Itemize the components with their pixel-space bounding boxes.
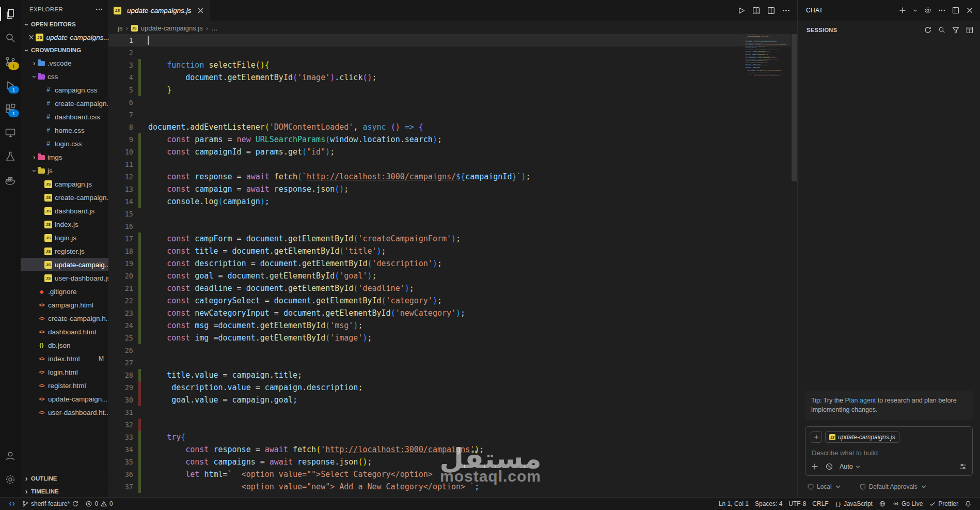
close-icon[interactable] (966, 6, 974, 14)
outline-section[interactable]: › OUTLINE (21, 472, 108, 485)
code-line-33[interactable]: 33 try{ (108, 431, 791, 443)
tree-item-gitignore[interactable]: ◆.gitignore (21, 285, 108, 298)
code-line-26[interactable]: 26 (108, 344, 791, 357)
code-line-36[interactable]: 36 let html=` <option value="">Select Ca… (108, 468, 791, 481)
browser-preview[interactable] (876, 500, 889, 507)
tree-item-imgs[interactable]: ›imgs (21, 150, 108, 164)
code-line-1[interactable]: 1 (108, 34, 791, 47)
activity-search-button[interactable] (0, 26, 21, 50)
refresh-icon[interactable] (924, 26, 932, 34)
chat-input[interactable] (811, 449, 969, 457)
tree-item-dashboard-js[interactable]: JSdashboard.js (21, 204, 108, 218)
project-section[interactable]: › CROWDFUNDING (21, 44, 108, 56)
tree-item-dashboard-html[interactable]: <>dashboard.html (21, 325, 108, 338)
activity-settings-button[interactable] (0, 468, 21, 491)
activity-testing-button[interactable] (0, 145, 21, 168)
filter-icon[interactable] (952, 26, 960, 34)
tree-item-register-js[interactable]: JSregister.js (21, 244, 108, 258)
code-line-23[interactable]: 23 const newCategoryInput = document.get… (108, 307, 791, 319)
code-line-25[interactable]: 25 const img =document.getElementById('i… (108, 332, 791, 344)
code-line-18[interactable]: 18 const title = document.getElementById… (108, 245, 791, 257)
encoding-setting[interactable]: UTF-8 (785, 500, 809, 507)
tree-item-index-js[interactable]: JSindex.js (21, 218, 108, 231)
activity-extensions-button[interactable]: 1 (0, 97, 21, 121)
environment-picker[interactable]: Local (807, 483, 842, 490)
code-line-19[interactable]: 19 const description = document.getEleme… (108, 257, 791, 270)
git-branch-status[interactable]: sherif-feature* (19, 498, 82, 510)
notifications-button[interactable] (961, 500, 975, 507)
code-line-17[interactable]: 17 const campForm = document.getElementB… (108, 233, 791, 245)
ellipsis-icon[interactable] (95, 5, 103, 13)
tree-item-update-campaign[interactable]: <>update-campaign.... (21, 392, 108, 406)
breadcrumb-folder[interactable]: js (118, 24, 122, 32)
code-line-20[interactable]: 20 const goal = document.getElementById(… (108, 270, 791, 282)
code-line-7[interactable]: 7 (108, 109, 791, 121)
code-line-27[interactable]: 27 (108, 357, 791, 369)
code-line-24[interactable]: 24 const msg =document.getElementById('m… (108, 319, 791, 332)
code-line-5[interactable]: 5 } (108, 84, 791, 96)
code-line-29[interactable]: 29 description.value = campaign.descript… (108, 381, 791, 394)
tree-item-index-html[interactable]: <>index.htmlM (21, 352, 108, 365)
code-line-32[interactable]: 32 (108, 419, 791, 431)
editor-scrollbar[interactable] (791, 34, 798, 498)
approvals-picker[interactable]: Default Approvals (859, 483, 927, 490)
activity-docker-button[interactable] (0, 168, 21, 192)
code-line-14[interactable]: 14 console.log(campaign); (108, 195, 791, 208)
code-line-6[interactable]: 6 (108, 96, 791, 109)
problems-status[interactable]: 0 0 (82, 498, 116, 510)
tree-item-create-campaign-h[interactable]: <>create-campaign.h... (21, 312, 108, 325)
tree-item-update-campaig[interactable]: JSupdate-campaig... (21, 258, 108, 271)
code-line-8[interactable]: 8document.addEventListener('DOMContentLo… (108, 121, 791, 133)
activity-account-button[interactable] (0, 444, 21, 468)
play-icon[interactable] (737, 6, 746, 15)
breadcrumb-more[interactable]: … (211, 24, 218, 32)
chevron-down-icon[interactable] (912, 8, 918, 13)
close-icon[interactable] (28, 34, 35, 41)
tree-item-db-json[interactable]: {}db.json (21, 338, 108, 352)
go-live-button[interactable]: Go Live (889, 500, 926, 507)
code-line-10[interactable]: 10 const campaignId = params.get("id"); (108, 146, 791, 158)
tab-update-campaigns-js[interactable]: JS update-campaigns.js (108, 0, 210, 21)
tree-item-register-html[interactable]: <>register.html (21, 379, 108, 392)
plus-icon[interactable] (811, 462, 819, 471)
activity-explorer-button[interactable] (0, 2, 21, 26)
tree-item-vscode[interactable]: ›.vscode (21, 56, 108, 70)
tree-item-dashboard-css[interactable]: #dashboard.css (21, 110, 108, 123)
prettier-status[interactable]: Prettier (926, 500, 961, 507)
tree-item-campaign-js[interactable]: JScampaign.js (21, 177, 108, 191)
layout-icon[interactable] (966, 26, 974, 34)
tree-item-campaign-html[interactable]: <>campaign.html (21, 298, 108, 312)
tree-item-login-html[interactable]: <>login.html (21, 365, 108, 379)
model-picker[interactable]: Auto (840, 463, 861, 470)
code-line-12[interactable]: 12 const response = await fetch(`http://… (108, 171, 791, 183)
minimap[interactable]: function selectFile(){ document.getEleme… (743, 34, 791, 289)
split-diff-icon[interactable] (752, 6, 761, 15)
cursor-position[interactable]: Ln 1, Col 1 (716, 500, 752, 507)
tree-item-css[interactable]: ›css (21, 70, 108, 83)
scrollbar-thumb[interactable] (792, 34, 797, 181)
tree-item-create-campaign[interactable]: #create-campaign.... (21, 97, 108, 110)
code-line-16[interactable]: 16 (108, 220, 791, 233)
language-mode[interactable]: {} JavaScript (832, 500, 876, 507)
tools-icon[interactable] (825, 462, 833, 471)
activity-remote-explorer-button[interactable] (0, 121, 21, 145)
ellipsis-icon[interactable] (782, 6, 791, 15)
activity-run-debug-button[interactable]: 1 (0, 73, 21, 97)
code-line-15[interactable]: 15 (108, 208, 791, 220)
code-line-4[interactable]: 4 document.getElementById('image').click… (108, 71, 791, 84)
open-editor-icon[interactable] (952, 6, 960, 14)
code-line-34[interactable]: 34 const response = await fetch('http://… (108, 443, 791, 456)
code-line-22[interactable]: 22 const categorySelect = document.getEl… (108, 295, 791, 307)
timeline-section[interactable]: › TIMELINE (21, 485, 108, 498)
code-line-37[interactable]: 37 <option value="new"> Add a New Catego… (108, 481, 791, 493)
open-editors-section[interactable]: › OPEN EDITORS (21, 18, 108, 30)
code-line-28[interactable]: 28 title.value = campaign.title; (108, 369, 791, 381)
open-editor-item[interactable]: JSupdate-campaigns.... (21, 30, 108, 44)
tree-item-user-dashboard-ht[interactable]: <>user-dashboard.ht... (21, 406, 108, 419)
tree-item-login-js[interactable]: JSlogin.js (21, 231, 108, 244)
tree-item-js[interactable]: ›js (21, 164, 108, 177)
sliders-icon[interactable] (959, 462, 967, 471)
code-editor[interactable]: 123 function selectFile(){4 document.get… (108, 34, 791, 498)
activity-source-control-button[interactable]: ! (0, 50, 21, 73)
plus-icon[interactable] (898, 6, 907, 14)
